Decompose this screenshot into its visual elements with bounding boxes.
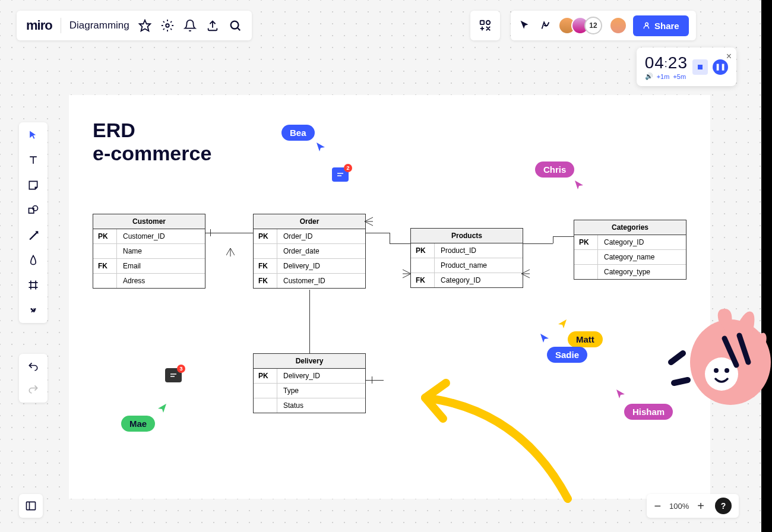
cursor-sadie: Sadie bbox=[547, 347, 587, 363]
connector bbox=[553, 236, 574, 237]
pen-tool[interactable] bbox=[26, 253, 40, 267]
export-icon[interactable] bbox=[205, 18, 220, 33]
share-button[interactable]: Share bbox=[633, 15, 689, 36]
connector bbox=[366, 380, 384, 381]
ok-hand-sticker[interactable] bbox=[659, 303, 772, 416]
redo-button[interactable] bbox=[26, 382, 40, 397]
comment-count: 2 bbox=[344, 164, 352, 172]
connector bbox=[309, 290, 310, 353]
cursor-icon bbox=[574, 179, 584, 190]
entity-order[interactable]: Order PKOrder_ID Order_date FKDelivery_I… bbox=[253, 214, 366, 289]
arrow-sticker[interactable] bbox=[401, 374, 580, 505]
timer-plus1[interactable]: +1m bbox=[657, 73, 670, 80]
zoom-controls: − 100% + ? bbox=[647, 494, 739, 518]
comment-bubble[interactable]: 2 bbox=[332, 167, 349, 182]
participant-count[interactable]: 12 bbox=[584, 17, 602, 34]
toolbar: » bbox=[19, 122, 48, 323]
cursor-mae: Mae bbox=[121, 416, 155, 432]
zoom-value[interactable]: 100% bbox=[669, 502, 689, 511]
share-label: Share bbox=[654, 21, 679, 31]
cursor-icon bbox=[157, 403, 167, 413]
select-tool[interactable] bbox=[26, 128, 40, 142]
svg-point-12 bbox=[714, 368, 719, 373]
zoom-out-button[interactable]: − bbox=[654, 499, 661, 513]
connector bbox=[523, 243, 553, 244]
svg-point-5 bbox=[646, 23, 648, 26]
participants[interactable]: 12 bbox=[558, 17, 627, 34]
zoom-in-button[interactable]: + bbox=[697, 499, 704, 513]
svg-rect-14 bbox=[27, 502, 36, 509]
crowfoot-icon bbox=[226, 248, 235, 266]
text-tool[interactable] bbox=[26, 153, 40, 167]
cursor-icon bbox=[615, 388, 626, 399]
svg-point-4 bbox=[486, 21, 490, 24]
avatar-self[interactable] bbox=[609, 17, 627, 34]
comment-count: 3 bbox=[177, 365, 185, 373]
cursor-icon bbox=[539, 332, 550, 343]
frame-tool[interactable] bbox=[26, 278, 40, 292]
divider bbox=[61, 18, 61, 33]
crowfoot-icon bbox=[521, 268, 532, 279]
arrow-tool[interactable] bbox=[26, 228, 40, 242]
diagram-title: ERD e-commerce bbox=[93, 119, 211, 165]
undo-button[interactable] bbox=[26, 360, 40, 374]
help-button[interactable]: ? bbox=[715, 498, 732, 514]
entity-delivery[interactable]: Delivery PKDelivery_ID Type Status bbox=[253, 353, 366, 413]
connector bbox=[372, 376, 372, 384]
window-edge bbox=[761, 0, 772, 532]
reactions-icon[interactable] bbox=[538, 18, 552, 33]
timer-stop-button[interactable] bbox=[692, 59, 708, 75]
search-icon[interactable] bbox=[228, 18, 242, 33]
apps-button[interactable] bbox=[470, 11, 500, 40]
timer-close-button[interactable]: × bbox=[726, 51, 732, 62]
cursor-bea: Bea bbox=[281, 125, 315, 141]
connector bbox=[390, 233, 390, 243]
settings-icon[interactable] bbox=[160, 18, 175, 33]
svg-point-13 bbox=[724, 368, 729, 373]
cursor-matt: Matt bbox=[568, 331, 603, 347]
entity-categories[interactable]: Categories PKCategory_ID Category_name C… bbox=[574, 220, 686, 280]
crowfoot-icon bbox=[403, 268, 413, 279]
topbar-left: miro Diagramming bbox=[17, 11, 252, 40]
cursor-icon bbox=[315, 141, 326, 152]
shape-tool[interactable] bbox=[26, 203, 40, 217]
timer-plus5[interactable]: +5m bbox=[673, 73, 686, 80]
svg-point-2 bbox=[230, 21, 238, 29]
entity-customer[interactable]: Customer PKCustomer_ID Name FKEmail Adre… bbox=[93, 214, 205, 289]
sticky-tool[interactable] bbox=[26, 178, 40, 192]
svg-point-1 bbox=[166, 24, 169, 27]
crowfoot-icon bbox=[365, 216, 375, 227]
cursor-chris: Chris bbox=[535, 162, 574, 178]
svg-rect-8 bbox=[336, 171, 345, 178]
connector bbox=[366, 233, 390, 233]
svg-rect-9 bbox=[169, 372, 178, 379]
svg-rect-3 bbox=[480, 21, 484, 24]
timer-panel: 04:23 🔊 +1m +5m ❚❚ × bbox=[637, 48, 736, 86]
connector bbox=[553, 236, 553, 243]
timer-value: 04:23 bbox=[645, 53, 688, 72]
topbar-right: 12 Share bbox=[511, 11, 696, 40]
board-name[interactable]: Diagramming bbox=[69, 20, 129, 31]
svg-marker-0 bbox=[140, 20, 150, 31]
entity-products[interactable]: Products PKProduct_ID Product_name FKCat… bbox=[410, 228, 523, 288]
connector bbox=[210, 229, 211, 236]
history-toolbar bbox=[19, 354, 48, 403]
bell-icon[interactable] bbox=[183, 18, 197, 33]
canvas-frame[interactable]: ERD e-commerce Customer PKCustomer_ID Na… bbox=[69, 95, 710, 499]
sound-icon[interactable]: 🔊 bbox=[645, 72, 653, 80]
logo[interactable]: miro bbox=[26, 18, 52, 33]
cursor-mode-icon[interactable] bbox=[518, 18, 532, 33]
frames-panel-button[interactable] bbox=[19, 494, 43, 518]
star-icon[interactable] bbox=[138, 18, 152, 33]
connector bbox=[205, 233, 253, 233]
connector bbox=[390, 243, 410, 244]
more-tools[interactable]: » bbox=[26, 303, 40, 317]
comment-bubble[interactable]: 3 bbox=[165, 368, 182, 382]
cursor-icon bbox=[557, 318, 568, 329]
